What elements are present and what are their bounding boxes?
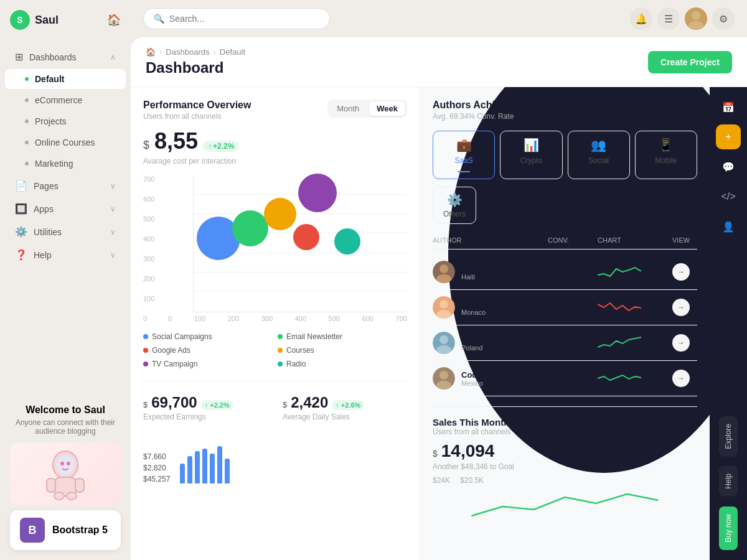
buy-now-button[interactable]: Buy now — [719, 506, 738, 550]
bubble-campaign — [298, 174, 337, 212]
svg-point-22 — [439, 300, 448, 309]
author-view-button[interactable]: → — [672, 370, 690, 387]
metric-badge: ↑ +2.2% — [203, 141, 239, 152]
cat-tab-others[interactable]: ⚙️ Others — [433, 187, 476, 224]
help-button[interactable]: Help — [719, 466, 738, 497]
menu-button[interactable]: ☰ — [657, 7, 680, 30]
legend-courses: Courses — [278, 346, 407, 355]
breadcrumb-dashboards[interactable]: Dashboards — [166, 47, 209, 57]
chat-button[interactable]: 💬 — [716, 154, 741, 179]
cat-tab-social[interactable]: 👥 Social — [568, 131, 630, 179]
chart-y-labels: 700 600 500 400 300 200 100 0 — [143, 175, 154, 322]
sidebar-item-help[interactable]: ❓ Help ∨ — [5, 244, 126, 266]
stat-label: Average Daily Sales — [283, 413, 407, 421]
users-button[interactable]: 👤 — [716, 214, 741, 239]
performance-card: Performance Overview Users from all chan… — [143, 100, 407, 368]
author-view-button[interactable]: → — [672, 299, 690, 316]
cat-tab-saas[interactable]: 💼 SaaS — [433, 131, 495, 179]
sidebar-item-online-courses[interactable]: Online Courses — [5, 133, 126, 152]
legend-dot — [278, 334, 283, 339]
right-side-panel: 📅 + 💬 </> 👤 Explore Help Buy now — [710, 87, 747, 560]
sparkline — [598, 334, 672, 352]
sidebar-nav: ⊞ Dashboards ∧ Default eCommerce Project… — [0, 40, 131, 394]
crypto-icon: 📊 — [524, 138, 539, 152]
author-avatar — [433, 296, 455, 319]
author-view-button[interactable]: → — [672, 334, 690, 352]
explore-button[interactable]: Explore — [719, 416, 738, 457]
saas-icon: 💼 — [456, 138, 472, 152]
bubble-email — [232, 210, 268, 246]
perf-subtitle: Users from all channels — [143, 112, 251, 121]
bar-1 — [180, 464, 185, 483]
period-tabs: Month Week — [327, 100, 407, 118]
app-logo: S — [10, 10, 30, 30]
add-button[interactable]: + — [716, 124, 741, 149]
sidebar-item-projects[interactable]: Projects — [5, 111, 126, 131]
cat-tab-label: Mobile — [655, 156, 677, 165]
cat-tab-mobile[interactable]: 📱 Mobile — [635, 131, 697, 179]
svg-point-1 — [57, 455, 74, 475]
help-icon: ❓ — [15, 249, 27, 261]
sales-amount-row: $ 14,094 — [433, 441, 697, 461]
perf-title: Performance Overview — [143, 100, 251, 111]
sidebar-item-label: Help — [34, 250, 52, 260]
settings-button[interactable]: ⚙ — [712, 7, 735, 30]
notification-button[interactable]: 🔔 — [630, 7, 652, 30]
search-input[interactable] — [169, 14, 319, 24]
create-project-button[interactable]: Create Project — [648, 51, 732, 73]
author-avatar — [433, 367, 455, 390]
cat-tab-crypto[interactable]: 📊 Crypto — [500, 131, 562, 179]
code-button[interactable]: </> — [716, 184, 741, 209]
metric-value: $ 8,55 ↑ +2.2% — [143, 128, 407, 154]
period-tab-month[interactable]: Month — [329, 101, 367, 116]
chart-legend: Social Campaigns Email Newsletter Google… — [143, 332, 407, 368]
authors-title: Authors Achievements — [433, 100, 541, 111]
topbar: 🔍 🔔 ☰ ⚙ — [131, 0, 747, 37]
period-tab-week[interactable]: Week — [369, 101, 405, 116]
user-avatar[interactable] — [685, 7, 707, 30]
sidebar-item-label: Marketing — [35, 159, 73, 169]
author-avatar — [433, 261, 455, 283]
bubble-radio — [334, 228, 360, 254]
sidebar-item-pages[interactable]: 📄 Pages ∨ — [5, 175, 126, 197]
sidebar-item-label: Apps — [34, 204, 54, 214]
author-name: Jacob Jones — [461, 335, 510, 344]
sidebar-item-ecommerce[interactable]: eCommerce — [5, 90, 126, 110]
bubble-google — [293, 224, 319, 250]
legend-dot — [278, 362, 283, 366]
social-icon: 👥 — [591, 138, 606, 152]
author-conv: 78.34% — [548, 268, 598, 277]
back-icon[interactable]: 🏠 — [107, 13, 121, 27]
sidebar-footer: Welcome to Saul Anyone can connect with … — [0, 394, 131, 560]
svg-rect-3 — [47, 478, 55, 492]
bar-2 — [187, 456, 192, 483]
inactive-dot — [25, 98, 29, 102]
svg-point-19 — [439, 264, 448, 273]
sidebar-header: S Saul 🏠 — [0, 0, 131, 40]
sidebar-item-dashboards[interactable]: ⊞ Dashboards ∧ — [5, 46, 126, 68]
legend-google: Google Ads — [143, 346, 273, 355]
sidebar-item-default[interactable]: Default — [5, 69, 126, 89]
bar-4 — [202, 449, 207, 483]
svg-point-7 — [60, 462, 64, 465]
table-row: Cody Fishers Mexico 63.08% → — [433, 361, 697, 396]
mini-stats-area: $7,660 $2,820 $45,257 — [143, 429, 407, 483]
calendar-button[interactable]: 📅 — [716, 95, 741, 119]
stat-number: 2,420 — [291, 394, 328, 411]
sidebar-item-utilities[interactable]: ⚙️ Utilities ∨ — [5, 221, 126, 243]
bar-6 — [217, 446, 222, 483]
sidebar-item-apps[interactable]: 🔲 Apps ∨ — [5, 198, 126, 220]
sidebar-item-label: Pages — [34, 181, 59, 191]
author-view-button[interactable]: → — [672, 263, 690, 281]
metric-number: 8,55 — [154, 128, 198, 154]
stats-row: $ 69,700 ↑ +2.2% Expected Earnings $ 2,4… — [143, 381, 407, 421]
sales-y-labels: $24K $20.5K — [433, 476, 697, 485]
legend-social: Social Campaigns — [143, 332, 273, 341]
sidebar-item-marketing[interactable]: Marketing — [5, 154, 126, 174]
search-box[interactable]: 🔍 — [143, 8, 330, 29]
stat-badge: ↑ +2.2% — [201, 400, 233, 410]
author-info: Jacob Jones Poland — [433, 332, 548, 354]
bar-labels: $7,660 $2,820 $45,257 — [143, 452, 170, 483]
cat-tab-label: Crypto — [520, 156, 542, 165]
breadcrumb-current[interactable]: Default — [220, 47, 245, 57]
